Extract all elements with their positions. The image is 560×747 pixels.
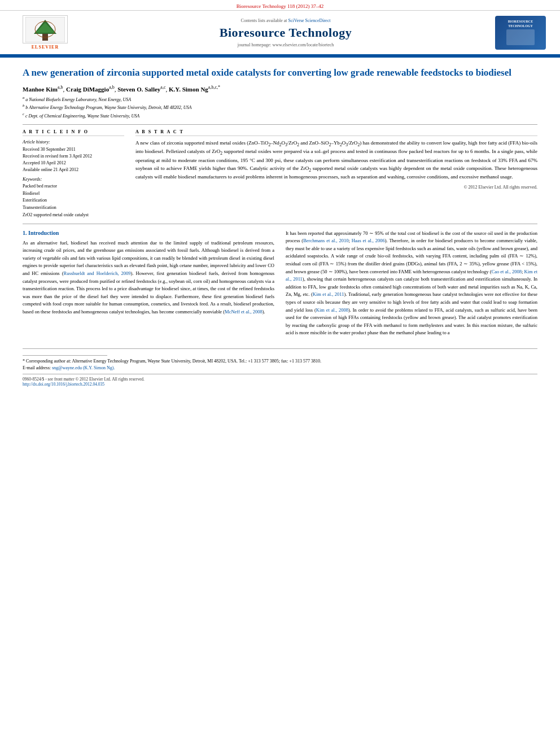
footnote-divider	[23, 355, 107, 356]
author-craig: Craig DiMaggio	[66, 86, 109, 93]
elsevier-logo-area: ELSEVIER	[11, 15, 79, 50]
ref-kim2008[interactable]: Kim et al., 2008	[316, 307, 348, 313]
article-info-abstract-cols: A R T I C L E I N F O Article history: R…	[23, 129, 537, 219]
bioresource-logo-area: BIORESOURCETECHNOLOGY	[492, 16, 549, 50]
history-accepted: Accepted 10 April 2012	[23, 160, 124, 167]
affil-c: c c Dept. of Chemical Engineering, Wayne…	[23, 111, 537, 120]
copyright-line: © 2012 Elsevier Ltd. All rights reserved…	[135, 185, 537, 190]
abstract-col: A B S T R A C T A new class of zirconia …	[135, 129, 537, 219]
journal-homepage: journal homepage: www.elsevier.com/locat…	[79, 42, 492, 47]
author-manhoe: Manhoe Kim	[23, 86, 58, 93]
corresponding-note: * Corresponding author at: Alternative E…	[23, 358, 537, 365]
doi-line: http://dx.doi.org/10.1016/j.biortech.201…	[23, 382, 537, 387]
keyword-5: ZrO2 supported metal oxide catalyst	[23, 212, 124, 219]
bioresource-logo-text: BIORESOURCETECHNOLOGY	[508, 20, 533, 29]
history-received: Received 30 September 2011	[23, 146, 124, 153]
author-simon: K.Y. Simon Ng	[169, 86, 208, 93]
author-steven: Steven O. Salley	[117, 86, 160, 93]
journal-citation-bar: Bioresource Technology 118 (2012) 37–42	[0, 0, 560, 11]
abstract-heading: A B S T R A C T	[135, 129, 537, 136]
affiliations: a a National Biofuels Energy Laboratory,…	[23, 95, 537, 120]
ref-haas[interactable]: Haas et al., 2006	[352, 238, 385, 243]
sciverse-link[interactable]: SciVerse ScienceDirect	[288, 18, 331, 23]
keyword-1: Packed bed reactor	[23, 183, 124, 190]
abstract-text: A new class of zirconia supported mixed …	[135, 139, 537, 181]
section1-title: 1. Introduction	[23, 230, 274, 236]
authors-line: Manhoe Kima,b, Craig DiMaggioa,b, Steven…	[23, 85, 537, 93]
history-online: Available online 21 April 2012	[23, 167, 124, 173]
email-line: E-mail address: sng@wayne.edu (K.Y. Simo…	[23, 365, 537, 372]
article-info-heading: A R T I C L E I N F O	[23, 129, 124, 136]
affil-a: a a National Biofuels Energy Laboratory,…	[23, 95, 537, 103]
body-col-1: 1. Introduction As an alternative fuel, …	[23, 230, 274, 337]
section1-col2-text: It has been reported that approximately …	[286, 230, 537, 337]
elsevier-logo: ELSEVIER	[11, 15, 79, 50]
journal-header: ELSEVIER Contents lists available at Sci…	[0, 11, 560, 55]
elsevier-logo-image	[23, 15, 68, 43]
keywords-list: Packed bed reactor Biodiesel Esterificat…	[23, 183, 124, 219]
history-revised: Received in revised form 3 April 2012	[23, 153, 124, 160]
bioresource-logo: BIORESOURCETECHNOLOGY	[495, 16, 546, 50]
elsevier-label: ELSEVIER	[32, 45, 59, 50]
ref-berchmans[interactable]: Berchmans et al., 2010	[303, 238, 348, 243]
history-label: Article history:	[23, 139, 124, 145]
journal-citation-text: Bioresource Technology 118 (2012) 37–42	[237, 3, 323, 9]
article-info-col: A R T I C L E I N F O Article history: R…	[23, 129, 124, 219]
main-content: A new generation of zirconia supported m…	[0, 58, 560, 343]
keyword-4: Transesterification	[23, 204, 124, 212]
keyword-2: Biodiesel	[23, 190, 124, 198]
page-footer: * Corresponding author at: Alternative E…	[23, 348, 537, 387]
sciverse-line: Contents lists available at SciVerse Sci…	[79, 18, 492, 23]
keyword-3: Esterification	[23, 197, 124, 204]
ref-russbueldt[interactable]: Russbueldt and Hoelderich, 2009	[64, 270, 131, 276]
issn-line: 0960-8524/$ - see front matter © 2012 El…	[23, 377, 537, 382]
section-divider-1	[23, 124, 537, 125]
body-columns: 1. Introduction As an alternative fuel, …	[23, 230, 537, 337]
journal-title: Bioresource Technology	[79, 25, 492, 40]
ref-kim2011b[interactable]: Kim et al., 2011	[313, 291, 344, 297]
doi-link[interactable]: http://dx.doi.org/10.1016/j.biortech.201…	[23, 382, 104, 387]
body-col-2: It has been reported that approximately …	[286, 230, 537, 337]
keywords-label: Keywords:	[23, 177, 124, 182]
footer-divider	[23, 374, 537, 374]
affil-b: b b Alternative Energy Technology Progra…	[23, 103, 537, 111]
email-link[interactable]: sng@wayne.edu (K.Y. Simon Ng).	[52, 365, 115, 370]
bioresource-logo-image	[506, 29, 535, 45]
section-divider-2	[23, 224, 537, 224]
ref-cao[interactable]: Cao et al., 2008	[491, 269, 522, 274]
section1-col1-text: As an alternative fuel, biodiesel has re…	[23, 239, 274, 316]
ref-mcneff[interactable]: McNeff et al., 2008	[225, 309, 262, 314]
journal-title-area: Contents lists available at SciVerse Sci…	[79, 18, 492, 47]
article-title: A new generation of zirconia supported m…	[23, 67, 537, 79]
